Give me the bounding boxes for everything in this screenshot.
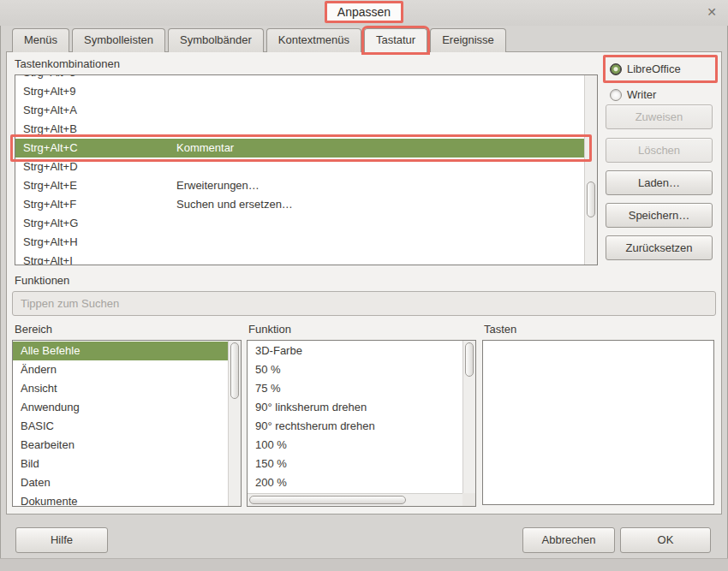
bereich-item[interactable]: BASIC	[13, 417, 228, 436]
shortcut-row-selected[interactable]: Strg+Alt+CKommentar	[15, 139, 584, 158]
funktion-item[interactable]: 90° rechtsherum drehen	[248, 417, 462, 436]
shortcut-row-partial[interactable]: Strg+Alt+8	[15, 74, 584, 82]
title-bar: Anpassen ✕	[0, 0, 728, 26]
bereich-item[interactable]: Ansicht	[13, 379, 228, 398]
bereich-item[interactable]: Dokumente	[13, 492, 228, 507]
speichern-button[interactable]: Speichern…	[606, 203, 713, 228]
tab-tastatur[interactable]: Tastatur	[364, 28, 427, 52]
shortcut-row[interactable]: Strg+Alt+B	[15, 120, 584, 139]
window-bottom-edge	[0, 558, 728, 571]
scrollbar-thumb[interactable]	[587, 181, 595, 217]
tab-menus[interactable]: Menüs	[12, 28, 69, 52]
funktion-item[interactable]: 150 %	[248, 455, 462, 473]
radio-libreoffice[interactable]: LibreOffice	[610, 62, 681, 75]
tasten-list[interactable]	[482, 340, 714, 505]
shortcut-row[interactable]: Strg+Alt+H	[15, 233, 584, 252]
funktion-item[interactable]: 75 %	[248, 379, 462, 398]
bereich-item-selected[interactable]: Alle Befehle	[13, 342, 228, 360]
shortcuts-label: Tastenkombinationen	[15, 57, 120, 70]
customize-dialog: { "window": { "title": "Anpassen", "clos…	[0, 0, 728, 571]
scrollbar-thumb[interactable]	[249, 496, 406, 504]
keyboard-tab-panel: Tastenkombinationen Strg+Alt+8 Strg+Alt+…	[6, 51, 722, 514]
funktion-vscrollbar[interactable]	[462, 341, 475, 493]
scrollbar-thumb[interactable]	[465, 342, 474, 377]
tab-bar: Menüs Symbolleisten Symbolbänder Kontext…	[12, 28, 509, 52]
radio-selected-icon	[610, 63, 622, 75]
radio-libreoffice-label: LibreOffice	[627, 62, 681, 75]
tab-symbolbaender[interactable]: Symbolbänder	[168, 28, 264, 52]
radio-unselected-icon	[610, 89, 622, 101]
funktion-item[interactable]: 100 %	[248, 436, 462, 455]
bereich-item[interactable]: Anwendung	[13, 398, 228, 417]
shortcut-row[interactable]: Strg+Alt+9	[15, 82, 584, 101]
abbrechen-button[interactable]: Abbrechen	[522, 527, 615, 553]
bereich-rows: Alle Befehle Ändern Ansicht Anwendung BA…	[13, 342, 228, 507]
radio-writer[interactable]: Writer	[610, 88, 656, 101]
tab-symbolleisten[interactable]: Symbolleisten	[72, 28, 165, 52]
zuruecksetzen-button[interactable]: Zurücksetzen	[606, 235, 713, 260]
zuweisen-button[interactable]: Zuweisen	[606, 104, 713, 129]
ok-button[interactable]: OK	[620, 527, 711, 553]
bereich-column-label: Bereich	[15, 323, 52, 336]
radio-writer-label: Writer	[627, 88, 656, 101]
bereich-scrollbar[interactable]	[228, 341, 241, 506]
funktion-item[interactable]: 3D-Farbe	[248, 342, 462, 360]
close-icon[interactable]: ✕	[707, 5, 717, 19]
dialog-title: Anpassen	[325, 1, 403, 23]
search-input[interactable]	[12, 291, 716, 316]
bereich-item[interactable]: Bearbeiten	[13, 436, 228, 455]
funktion-list: 3D-Farbe 50 % 75 % 90° linksherum drehen…	[247, 340, 476, 507]
shortcut-list-scrollbar[interactable]	[584, 75, 597, 265]
loeschen-button[interactable]: Löschen	[606, 138, 713, 163]
shortcut-row[interactable]: Strg+Alt+A	[15, 101, 584, 120]
hilfe-button[interactable]: Hilfe	[15, 527, 108, 553]
shortcut-row[interactable]: Strg+Alt+EErweiterungen…	[15, 176, 584, 195]
funktion-column-label: Funktion	[248, 323, 291, 336]
tab-kontextmenus[interactable]: Kontextmenüs	[266, 28, 361, 52]
laden-button[interactable]: Laden…	[606, 170, 713, 195]
shortcut-row-partial[interactable]: Strg+Alt+I	[15, 252, 584, 265]
shortcut-row[interactable]: Strg+Alt+FSuchen und ersetzen…	[15, 195, 584, 214]
funktion-item[interactable]: 50 %	[248, 360, 462, 379]
funktion-item[interactable]: 90° linksherum drehen	[248, 398, 462, 417]
functions-label: Funktionen	[15, 274, 69, 287]
shortcut-list: Strg+Alt+8 Strg+Alt+9 Strg+Alt+A Strg+Al…	[15, 74, 598, 265]
funktion-hscrollbar[interactable]	[248, 493, 462, 506]
shortcut-rows: Strg+Alt+8 Strg+Alt+9 Strg+Alt+A Strg+Al…	[15, 74, 584, 265]
funktion-item[interactable]: 200 %	[248, 473, 462, 492]
tasten-column-label: Tasten	[484, 323, 516, 336]
shortcut-row[interactable]: Strg+Alt+D	[15, 158, 584, 176]
scrollbar-corner	[462, 493, 475, 506]
scrollbar-thumb[interactable]	[230, 342, 239, 399]
bereich-item[interactable]: Ändern	[13, 360, 228, 379]
tab-ereignisse[interactable]: Ereignisse	[430, 28, 506, 52]
bereich-list: Alle Befehle Ändern Ansicht Anwendung BA…	[12, 340, 242, 507]
bereich-item[interactable]: Daten	[13, 473, 228, 492]
funktion-rows: 3D-Farbe 50 % 75 % 90° linksherum drehen…	[248, 342, 462, 493]
bereich-item[interactable]: Bild	[13, 455, 228, 473]
shortcut-row[interactable]: Strg+Alt+G	[15, 214, 584, 233]
